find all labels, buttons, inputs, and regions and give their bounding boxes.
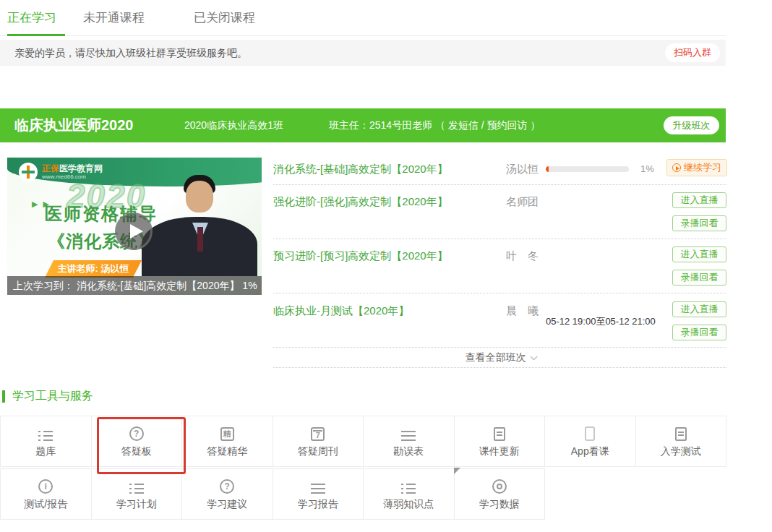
tool-label: 勘误表 — [364, 445, 454, 458]
tool-study-advice[interactable]: 学习建议 — [182, 469, 273, 519]
tool-test-report[interactable]: 测试/报告 — [1, 469, 92, 519]
class-advisor-links[interactable]: 班主任：2514号田老师 （ 发短信 / 预约回访 ） — [329, 108, 540, 142]
menu-lines-icon — [401, 431, 416, 441]
tool-label: 题库 — [1, 445, 91, 458]
info-circle-icon — [38, 479, 53, 494]
tool-label: 入学测试 — [636, 445, 726, 458]
tool-courseware-update[interactable]: 课件更新 — [455, 416, 546, 466]
tools-section-label: 学习工具与服务 — [12, 389, 93, 404]
brand-prefix: 正保 — [42, 163, 59, 173]
essence-badge-icon — [220, 427, 234, 441]
course-live-time: 05-12 19:00至05-12 21:00 — [546, 315, 656, 328]
list-icon — [129, 484, 144, 494]
tool-label: 测试/报告 — [1, 498, 91, 511]
corner-triangle-marker — [454, 468, 460, 474]
last-learned-video-thumbnail[interactable]: 正保医学教育网 www.med66.com 2020 ▶ ▶ 医师资格辅导 《消… — [7, 158, 262, 295]
tool-label: App看课 — [545, 445, 635, 458]
tool-label: 学习计划 — [92, 498, 182, 511]
tool-label: 答疑精华 — [182, 445, 273, 458]
tool-qa-weekly[interactable]: 答疑周刊 — [273, 416, 364, 466]
teacher-photo-tie — [197, 227, 203, 252]
tool-label: 课件更新 — [455, 445, 545, 458]
class-card-header: 临床执业医师2020 2020临床执业高效1班 班主任：2514号田老师 （ 发… — [0, 108, 726, 142]
tool-label: 学习建议 — [182, 498, 273, 511]
tab-not-opened[interactable]: 未开通课程 — [83, 9, 145, 26]
tool-label: 答疑板 — [92, 445, 182, 458]
exam-doc-icon — [675, 427, 687, 441]
teacher-photo — [142, 175, 257, 276]
course-list: 消化系统-[基础]高效定制【2020年】 汤以恒 1% 继续学习 强化进阶-[强… — [273, 152, 726, 376]
tab-learning[interactable]: 正在学习 — [7, 9, 56, 26]
tab-closed[interactable]: 已关闭课程 — [194, 9, 255, 26]
class-subtitle: 2020临床执业高效1班 — [184, 108, 283, 142]
row-divider — [273, 347, 726, 348]
menu-lines-icon — [311, 484, 325, 494]
upgrade-class-button[interactable]: 升级班次 — [664, 116, 719, 134]
last-learned-bar: 上次学习到： 消化系统-[基础]高效定制【2020年】 1% — [7, 276, 262, 295]
chevron-down-icon — [530, 353, 537, 360]
resume-learning-label: 继续学习 — [684, 161, 721, 174]
tool-label: 薄弱知识点 — [364, 498, 454, 511]
course-teacher: 汤以恒 — [506, 163, 539, 176]
teacher-badge: 主讲老师: 汤以恒 — [45, 260, 142, 278]
class-title: 临床执业医师2020 — [14, 108, 134, 142]
section-accent-bar — [2, 390, 5, 403]
question-circle-icon — [129, 426, 144, 441]
row-divider — [273, 184, 726, 185]
courseware-doc-icon — [494, 427, 505, 441]
tool-app-watch[interactable]: App看课 — [545, 416, 636, 466]
tool-label: 学习报告 — [273, 498, 364, 511]
course-progress-fill — [546, 166, 549, 172]
course-status-tabs: 正在学习 未开通课程 已关闭课程 — [0, 0, 726, 36]
tool-label: 答疑周刊 — [273, 445, 364, 458]
tool-qa-essence[interactable]: 答疑精华 — [182, 416, 273, 466]
course-teacher: 名师团 — [506, 195, 539, 209]
med66-logo-icon — [19, 163, 38, 181]
replay-button[interactable]: 录播回看 — [672, 215, 726, 231]
scan-qr-join-group-button[interactable]: 扫码入群 — [665, 43, 720, 62]
course-progress-label: 1% — [640, 163, 654, 174]
tool-study-data[interactable]: 学习数据 — [455, 469, 546, 519]
enter-live-button[interactable]: 进入直播 — [672, 192, 726, 208]
resume-learning-button[interactable]: 继续学习 — [666, 159, 727, 176]
question-circle-icon — [220, 479, 234, 494]
brand-name: 医学教育网 — [59, 163, 103, 173]
target-icon — [492, 479, 507, 494]
course-teacher: 叶 冬 — [506, 249, 539, 263]
row-divider — [273, 367, 726, 368]
tools-section-title: 学习工具与服务 — [0, 389, 93, 404]
enter-live-button[interactable]: 进入直播 — [672, 246, 726, 262]
course-teacher: 晨 曦 — [506, 304, 539, 318]
view-all-classes[interactable]: 查看全部班次 — [273, 351, 726, 364]
course-title[interactable]: 临床执业-月测试【2020年】 — [273, 304, 409, 318]
play-icon[interactable] — [115, 213, 153, 250]
course-title[interactable]: 强化进阶-[强化]高效定制【2020年】 — [273, 195, 448, 209]
tool-study-plan[interactable]: 学习计划 — [92, 469, 183, 519]
tool-errata[interactable]: 勘误表 — [364, 416, 455, 466]
tool-qa-board[interactable]: 答疑板 — [92, 416, 183, 466]
replay-button[interactable]: 录播回看 — [672, 270, 726, 286]
tool-question-bank[interactable]: 题库 — [1, 416, 92, 466]
tools-grid-row1: 题库 答疑板 答疑精华 答疑周刊 勘误表 课件更新 App看课 入学测试 — [0, 416, 726, 467]
course-title[interactable]: 预习进阶-[预习]高效定制【2020年】 — [273, 249, 448, 263]
tool-weak-points[interactable]: 薄弱知识点 — [364, 469, 455, 519]
play-circle-icon — [672, 163, 681, 172]
list-icon — [38, 431, 53, 441]
row-divider — [273, 239, 726, 239]
tool-entrance-test[interactable]: 入学测试 — [636, 416, 727, 466]
course-progress-bar — [546, 166, 629, 172]
calendar-week-icon — [311, 427, 325, 441]
list-icon — [401, 484, 416, 494]
notice-text: 亲爱的学员，请尽快加入班级社群享受班级服务吧。 — [14, 40, 247, 66]
course-title[interactable]: 消化系统-[基础]高效定制【2020年】 — [273, 163, 448, 176]
tools-grid-row2: 测试/报告 学习计划 学习建议 学习报告 薄弱知识点 学习数据 — [0, 468, 545, 520]
teacher-photo-face — [186, 181, 213, 213]
enter-live-button[interactable]: 进入直播 — [672, 301, 726, 317]
page: 正在学习 未开通课程 已关闭课程 亲爱的学员，请尽快加入班级社群享受班级服务吧。… — [0, 0, 772, 532]
tool-study-report[interactable]: 学习报告 — [273, 469, 364, 519]
row-divider — [273, 293, 726, 293]
replay-button[interactable]: 录播回看 — [672, 325, 726, 340]
view-all-label: 查看全部班次 — [466, 351, 526, 363]
active-tab-underline — [7, 34, 65, 36]
phone-icon — [585, 426, 595, 441]
